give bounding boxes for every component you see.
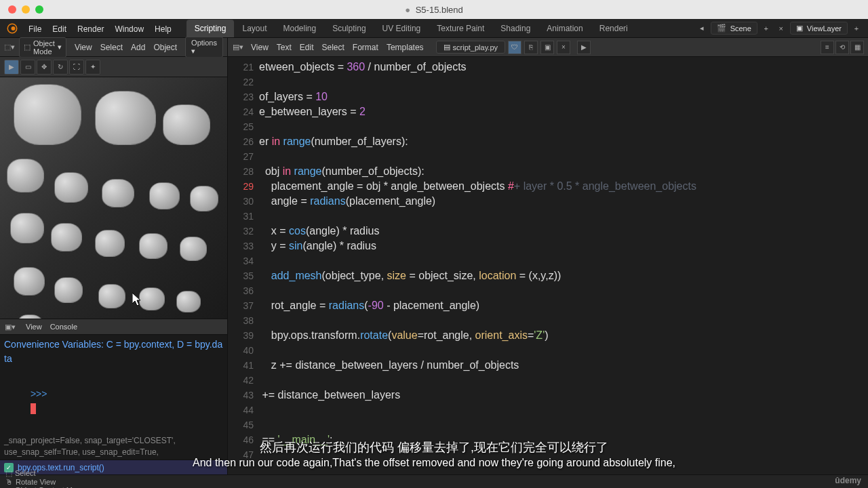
delete-scene-icon[interactable]: × bbox=[775, 22, 787, 35]
move-tool-icon[interactable]: ✥ bbox=[37, 60, 52, 75]
code-line[interactable]: x = cos(angle) * radius bbox=[259, 224, 868, 239]
viewlayer-selector[interactable]: ▣ ViewLayer bbox=[790, 22, 848, 35]
close-window-button[interactable] bbox=[8, 5, 16, 14]
viewport-mesh-object[interactable] bbox=[51, 223, 82, 251]
editor-menu-select[interactable]: Select bbox=[318, 41, 349, 54]
code-line[interactable] bbox=[259, 283, 868, 298]
viewport-mesh-object[interactable] bbox=[54, 277, 83, 303]
console-menu-console[interactable]: Console bbox=[46, 321, 81, 332]
object-mode-dropdown[interactable]: ⬚ Object Mode ▾ bbox=[19, 37, 66, 58]
code-line[interactable]: += distance_between_layers bbox=[259, 388, 868, 403]
viewport-mesh-object[interactable] bbox=[190, 186, 218, 211]
viewport-options-dropdown[interactable]: Options ▾ bbox=[185, 37, 223, 58]
editor-menu-format[interactable]: Format bbox=[349, 41, 382, 54]
scale-tool-icon[interactable]: ⛶ bbox=[69, 60, 84, 75]
console-type-icon[interactable]: ▣▾ bbox=[4, 321, 16, 333]
viewport-mesh-object[interactable] bbox=[10, 213, 44, 243]
viewport-mesh-object[interactable] bbox=[7, 159, 44, 192]
workspace-tab-uv-editing[interactable]: UV Editing bbox=[374, 20, 429, 37]
console-menu-view[interactable]: View bbox=[22, 321, 46, 332]
code-line[interactable]: z += distance_between_layers / number_of… bbox=[259, 358, 868, 373]
code-line[interactable] bbox=[259, 343, 868, 358]
shield-icon[interactable]: 🛡 bbox=[508, 41, 521, 54]
workspace-tab-modeling[interactable]: Modeling bbox=[275, 20, 324, 37]
viewport-mesh-object[interactable] bbox=[139, 233, 167, 259]
code-line[interactable] bbox=[259, 403, 868, 418]
editor-type-icon[interactable]: ⬚▾ bbox=[4, 41, 15, 54]
workspace-tab-animation[interactable]: Animation bbox=[538, 20, 591, 37]
code-line[interactable] bbox=[259, 75, 868, 89]
code-line[interactable]: y = sin(angle) * radius bbox=[259, 239, 868, 253]
viewport-mesh-object[interactable] bbox=[14, 84, 81, 145]
viewport-menu-add[interactable]: Add bbox=[127, 41, 149, 54]
viewport-menu-select[interactable]: Select bbox=[96, 41, 127, 54]
viewport-mesh-object[interactable] bbox=[163, 104, 210, 145]
editor-menu-view[interactable]: View bbox=[247, 41, 273, 54]
code-line[interactable] bbox=[259, 373, 868, 388]
code-line[interactable]: etween_objects = 360 / number_of_objects bbox=[259, 60, 868, 75]
code-line[interactable] bbox=[259, 149, 868, 164]
workspace-tab-renderi[interactable]: Renderi bbox=[591, 20, 636, 37]
python-console[interactable]: Convenience Variables: C = bpy.context, … bbox=[0, 335, 227, 460]
code-line[interactable]: bpy.ops.transform.rotate(value=rot_angle… bbox=[259, 328, 868, 343]
menu-render[interactable]: Render bbox=[72, 22, 109, 37]
menu-edit[interactable]: Edit bbox=[47, 22, 72, 37]
code-line[interactable] bbox=[259, 313, 868, 328]
viewport-mesh-object[interactable] bbox=[54, 172, 88, 203]
workspace-tab-scripting[interactable]: Scripting bbox=[186, 20, 235, 37]
viewport-menu-view[interactable]: View bbox=[71, 41, 96, 54]
viewport-mesh-object[interactable] bbox=[176, 291, 201, 312]
viewport-mesh-object[interactable] bbox=[180, 237, 207, 261]
cursor-tool-icon[interactable]: ▶ bbox=[4, 60, 19, 75]
code-line[interactable]: obj in range(number_of_objects): bbox=[259, 164, 868, 179]
code-line[interactable]: add_mesh(object_type, size = object_size… bbox=[259, 268, 868, 283]
word-wrap-toggle[interactable]: ⟲ bbox=[835, 41, 849, 54]
text-editor-type-icon[interactable]: ▤▾ bbox=[232, 41, 244, 54]
viewport-mesh-object[interactable] bbox=[95, 91, 156, 145]
code-content[interactable]: etween_objects = 360 / number_of_objects… bbox=[259, 57, 868, 474]
3d-viewport[interactable] bbox=[0, 77, 227, 319]
scene-selector[interactable]: 🎬 Scene bbox=[711, 22, 757, 35]
code-line[interactable]: == '__main__': bbox=[259, 432, 868, 447]
viewport-mesh-object[interactable] bbox=[98, 284, 125, 308]
code-line[interactable] bbox=[259, 253, 868, 268]
code-line[interactable] bbox=[259, 209, 868, 224]
code-line[interactable]: rot_angle = radians(-90 - placement_angl… bbox=[259, 298, 868, 313]
new-viewlayer-icon[interactable]: + bbox=[850, 22, 863, 35]
code-line[interactable]: placement_angle = obj * angle_between_ob… bbox=[259, 179, 868, 194]
syntax-highlight-toggle[interactable]: ▦ bbox=[850, 41, 864, 54]
workspace-tab-texture-paint[interactable]: Texture Paint bbox=[429, 20, 492, 37]
menu-help[interactable]: Help bbox=[149, 22, 177, 37]
rotate-tool-icon[interactable]: ↻ bbox=[53, 60, 68, 75]
code-line[interactable] bbox=[259, 119, 868, 134]
code-line[interactable] bbox=[259, 418, 868, 432]
viewport-menu-object[interactable]: Object bbox=[149, 41, 181, 54]
viewport-mesh-object[interactable] bbox=[95, 230, 125, 257]
menu-file[interactable]: File bbox=[23, 22, 47, 37]
code-line[interactable]: angle = radians(placement_angle) bbox=[259, 194, 868, 209]
code-line[interactable]: of_layers = 10 bbox=[259, 89, 868, 104]
viewport-mesh-object[interactable] bbox=[14, 267, 45, 296]
viewport-mesh-object[interactable] bbox=[149, 182, 180, 209]
save-icon[interactable]: ▣ bbox=[540, 41, 554, 54]
workspace-tab-layout[interactable]: Layout bbox=[234, 20, 275, 37]
transform-tool-icon[interactable]: ✦ bbox=[85, 60, 100, 75]
code-line[interactable]: e_between_layers = 2 bbox=[259, 104, 868, 119]
code-line[interactable]: er in range(number_of_layers): bbox=[259, 134, 868, 149]
run-script-button[interactable]: ▶ bbox=[577, 41, 591, 54]
minimize-window-button[interactable] bbox=[22, 5, 30, 14]
workspace-tab-shading[interactable]: Shading bbox=[492, 20, 538, 37]
workspace-tab-sculpting[interactable]: Sculpting bbox=[324, 20, 374, 37]
line-numbers-toggle[interactable]: ≡ bbox=[821, 41, 834, 54]
script-file-selector[interactable]: ▤ script_play.py bbox=[436, 41, 505, 54]
maximize-window-button[interactable] bbox=[35, 5, 43, 14]
editor-menu-edit[interactable]: Edit bbox=[296, 41, 318, 54]
back-icon[interactable]: ◂ bbox=[696, 22, 708, 35]
select-tool-icon[interactable]: ▭ bbox=[20, 60, 35, 75]
code-line[interactable] bbox=[259, 447, 868, 462]
close-file-icon[interactable]: × bbox=[557, 41, 570, 54]
menu-window[interactable]: Window bbox=[109, 22, 149, 37]
viewport-mesh-object[interactable] bbox=[102, 179, 134, 207]
blender-logo-icon[interactable] bbox=[5, 22, 19, 35]
editor-menu-templates[interactable]: Templates bbox=[382, 41, 428, 54]
